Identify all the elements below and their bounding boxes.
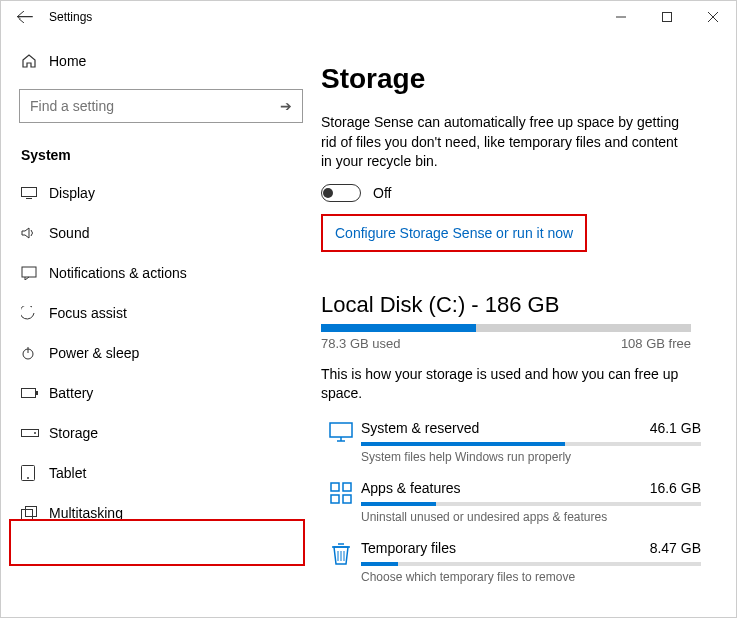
category-size: 16.6 GB <box>650 480 701 496</box>
nav-tablet[interactable]: Tablet <box>1 453 321 493</box>
nav-label: Focus assist <box>49 305 127 321</box>
svg-rect-17 <box>330 423 352 437</box>
category-name: System & reserved <box>361 420 479 436</box>
power-icon <box>21 346 49 360</box>
content-pane: Storage Storage Sense can automatically … <box>321 33 736 617</box>
nav-multitasking[interactable]: Multitasking <box>1 493 321 533</box>
svg-rect-10 <box>36 391 38 395</box>
nav-label: Sound <box>49 225 89 241</box>
disk-used-label: 78.3 GB used <box>321 336 401 351</box>
window-title: Settings <box>49 10 92 24</box>
window-controls <box>598 1 736 33</box>
nav-notifications[interactable]: Notifications & actions <box>1 253 321 293</box>
nav-storage[interactable]: Storage <box>1 413 321 453</box>
disk-usage-labels: 78.3 GB used 108 GB free <box>321 336 691 351</box>
search-input[interactable] <box>30 98 280 114</box>
category-size: 46.1 GB <box>650 420 701 436</box>
svg-rect-21 <box>343 483 351 491</box>
svg-rect-6 <box>22 267 36 277</box>
settings-window: 🡠 Settings Home ➔ System Display <box>0 0 737 618</box>
svg-rect-22 <box>331 495 339 503</box>
svg-rect-9 <box>22 389 36 398</box>
display-icon <box>21 187 49 199</box>
nav-label: Storage <box>49 425 98 441</box>
category-size: 8.47 GB <box>650 540 701 556</box>
minimize-button[interactable] <box>598 1 644 33</box>
apps-icon <box>321 480 361 504</box>
category-sub: Uninstall unused or undesired apps & fea… <box>361 510 701 524</box>
nav-label: Tablet <box>49 465 86 481</box>
toggle-knob <box>323 188 333 198</box>
storage-sense-toggle[interactable] <box>321 184 361 202</box>
svg-point-12 <box>34 432 36 434</box>
nav-label: Battery <box>49 385 93 401</box>
svg-rect-15 <box>22 510 33 520</box>
disk-free-label: 108 GB free <box>621 336 691 351</box>
nav-label: Notifications & actions <box>49 265 187 281</box>
category-name: Apps & features <box>361 480 461 496</box>
highlight-configure-link: Configure Storage Sense or run it now <box>321 214 587 252</box>
sidebar: Home ➔ System Display Sound Notification… <box>1 33 321 617</box>
disk-usage-bar <box>321 324 691 332</box>
titlebar: 🡠 Settings <box>1 1 736 33</box>
nav-label: Display <box>49 185 95 201</box>
svg-rect-20 <box>331 483 339 491</box>
svg-rect-16 <box>26 507 37 517</box>
battery-icon <box>21 388 49 398</box>
nav-focus-assist[interactable]: Focus assist <box>1 293 321 333</box>
svg-rect-4 <box>22 188 37 197</box>
multitasking-icon <box>21 506 49 520</box>
maximize-button[interactable] <box>644 1 690 33</box>
disk-title: Local Disk (C:) - 186 GB <box>321 292 726 318</box>
sound-icon <box>21 226 49 240</box>
storage-sense-toggle-row: Off <box>321 184 726 202</box>
search-icon: ➔ <box>280 98 292 114</box>
notifications-icon <box>21 266 49 280</box>
home-label: Home <box>49 53 86 69</box>
toggle-state-label: Off <box>373 185 391 201</box>
storage-icon <box>21 429 49 437</box>
section-label: System <box>1 133 321 173</box>
category-apps-features[interactable]: Apps & features16.6 GB Uninstall unused … <box>321 480 701 524</box>
storage-sense-description: Storage Sense can automatically free up … <box>321 113 691 172</box>
home-nav[interactable]: Home <box>1 43 321 79</box>
category-system-reserved[interactable]: System & reserved46.1 GB System files he… <box>321 420 701 464</box>
search-box[interactable]: ➔ <box>19 89 303 123</box>
usage-description: This is how your storage is used and how… <box>321 365 701 404</box>
trash-icon <box>321 540 361 566</box>
home-icon <box>21 53 49 69</box>
disk-usage-fill <box>321 324 476 332</box>
nav-display[interactable]: Display <box>1 173 321 213</box>
category-sub: System files help Windows run properly <box>361 450 701 464</box>
configure-storage-sense-link[interactable]: Configure Storage Sense or run it now <box>335 225 573 241</box>
svg-rect-23 <box>343 495 351 503</box>
nav-label: Multitasking <box>49 505 123 521</box>
nav-power-sleep[interactable]: Power & sleep <box>1 333 321 373</box>
close-button[interactable] <box>690 1 736 33</box>
nav-battery[interactable]: Battery <box>1 373 321 413</box>
category-name: Temporary files <box>361 540 456 556</box>
body: Home ➔ System Display Sound Notification… <box>1 33 736 617</box>
nav-label: Power & sleep <box>49 345 139 361</box>
category-sub: Choose which temporary files to remove <box>361 570 701 584</box>
focus-assist-icon <box>21 306 49 320</box>
tablet-icon <box>21 465 49 481</box>
system-icon <box>321 420 361 442</box>
nav-sound[interactable]: Sound <box>1 213 321 253</box>
back-button[interactable]: 🡠 <box>9 7 41 28</box>
svg-rect-1 <box>663 13 672 22</box>
svg-point-14 <box>27 477 29 479</box>
category-temporary-files[interactable]: Temporary files8.47 GB Choose which temp… <box>321 540 701 584</box>
page-heading: Storage <box>321 63 726 95</box>
